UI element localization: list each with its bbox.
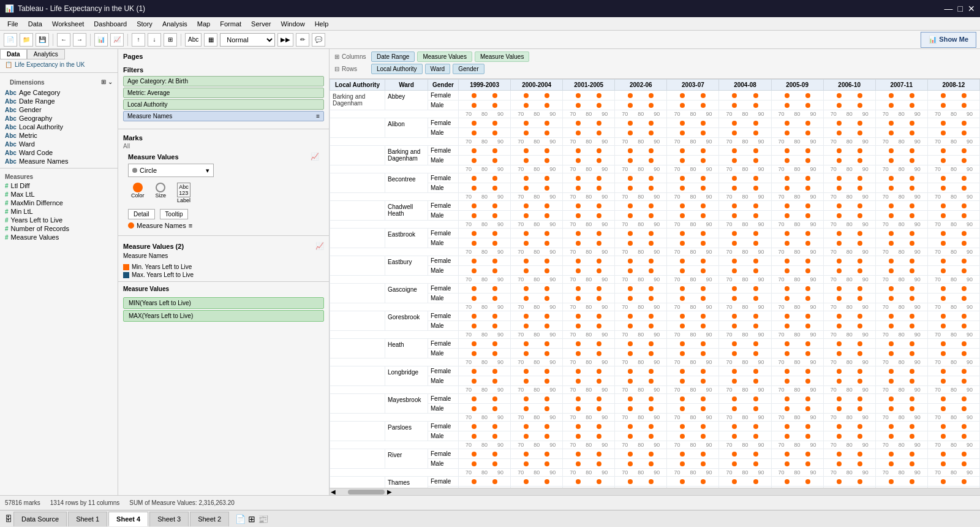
dim-date-range[interactable]: AbcDate Range — [0, 97, 118, 105]
dim-ward-code[interactable]: AbcWard Code — [0, 148, 118, 157]
tab-sheet1[interactable]: Sheet 1 — [68, 512, 107, 526]
dim-local-authority[interactable]: AbcLocal Authority — [0, 123, 118, 131]
data-dot — [962, 286, 967, 291]
menu-file[interactable]: File — [2, 19, 23, 29]
scroll-right-icon[interactable]: ▶ — [387, 488, 392, 495]
meas-maxmin-diff[interactable]: #MaxMin Differnce — [0, 199, 118, 207]
dim-controls[interactable]: ⊞ ⌄ — [101, 78, 113, 85]
dim-gender[interactable]: AbcGender — [0, 105, 118, 114]
meas-max-ltl[interactable]: #Max LtL — [0, 190, 118, 199]
filter-measure-names[interactable]: Measure Names ≡ — [123, 111, 324, 121]
scroll-thumb[interactable] — [348, 490, 385, 495]
dim-ward[interactable]: AbcWard — [0, 140, 118, 148]
menu-worksheet[interactable]: Worksheet — [47, 19, 89, 29]
menu-help[interactable]: Help — [310, 19, 334, 29]
tb-tooltip[interactable]: 💬 — [312, 33, 325, 47]
chip-min-years[interactable]: MIN(Years Left to Live) — [123, 297, 324, 309]
dim-age-category[interactable]: AbcAge Category — [0, 88, 118, 97]
mark-type-select[interactable]: Normal Entire View Standard — [220, 33, 275, 47]
size-button[interactable]: Size — [153, 181, 170, 205]
tab-analytics[interactable]: Analytics — [27, 49, 65, 59]
detail-button[interactable]: Detail — [128, 209, 155, 219]
data-dot — [628, 103, 633, 108]
color-button[interactable]: Color — [128, 181, 148, 205]
dim-measure-names[interactable]: AbcMeasure Names — [0, 157, 118, 165]
tooltip-button[interactable]: Tooltip — [160, 209, 189, 219]
tab-data[interactable]: Data — [0, 49, 27, 59]
tb-new[interactable]: 📄 — [4, 33, 17, 47]
tb-sort-asc[interactable]: ↑ — [132, 33, 145, 47]
data-dot — [962, 479, 967, 484]
dim-metric[interactable]: AbcMetric — [0, 131, 118, 140]
menu-dashboard[interactable]: Dashboard — [89, 19, 132, 29]
meas-num-records[interactable]: #Number of Records — [0, 224, 118, 233]
tb-play[interactable]: ▶▶ — [277, 33, 293, 47]
tab-sheet4[interactable]: Sheet 4 — [108, 512, 148, 526]
tb-bar[interactable]: ▦ — [204, 33, 217, 47]
tab-sheet3[interactable]: Sheet 3 — [149, 512, 189, 526]
tb-viz[interactable]: 📊 — [94, 33, 108, 47]
menu-format[interactable]: Format — [215, 19, 246, 29]
filter-local-authority[interactable]: Local Authority — [123, 99, 324, 110]
data-dot — [524, 176, 529, 181]
tab-datasource[interactable]: Data Source — [13, 512, 67, 526]
data-grid[interactable]: Local Authority Ward Gender 1999-2003 20… — [330, 79, 980, 488]
menu-window[interactable]: Window — [276, 19, 310, 29]
dim-geography[interactable]: AbcGeography — [0, 114, 118, 123]
show-me-button[interactable]: 📊 Show Me — [921, 32, 976, 48]
row-pill-gender[interactable]: Gender — [453, 64, 484, 74]
row-pill-ward[interactable]: Ward — [425, 64, 451, 74]
datasource-name[interactable]: Life Expectancy in the UK — [15, 61, 85, 68]
menu-data[interactable]: Data — [23, 19, 47, 29]
menu-map[interactable]: Map — [192, 19, 215, 29]
cell-dot — [927, 91, 979, 100]
menu-analysis[interactable]: Analysis — [157, 19, 192, 29]
tb-sort-desc[interactable]: ↓ — [148, 33, 161, 47]
meas-min-ltl[interactable]: #Min LtL — [0, 207, 118, 216]
minimize-btn[interactable]: — — [944, 4, 953, 13]
table-row: Male — [330, 376, 980, 386]
tb-save[interactable]: 💾 — [36, 33, 49, 47]
tab-sheet2[interactable]: Sheet 2 — [190, 512, 229, 526]
row-pill-la[interactable]: Local Authority — [371, 64, 423, 74]
menu-story[interactable]: Story — [132, 19, 157, 29]
col-pill-daterange[interactable]: Date Range — [371, 51, 415, 62]
marks-section: Marks All Measure Values 📈 Circle ▾ Colo… — [118, 132, 329, 233]
close-btn[interactable]: ✕ — [968, 4, 975, 13]
tb-open[interactable]: 📁 — [20, 33, 33, 47]
chip-max-years[interactable]: MAX(Years Left to Live) — [123, 310, 324, 322]
tb-text[interactable]: Abc — [185, 33, 202, 47]
title-bar-controls[interactable]: — □ ✕ — [944, 4, 975, 13]
cell-dot — [667, 173, 719, 183]
horizontal-scrollbar[interactable]: ◀ ▶ — [330, 488, 980, 495]
data-dot — [732, 186, 737, 191]
new-dashboard-icon[interactable]: ⊞ — [248, 514, 255, 524]
new-story-icon[interactable]: 📰 — [258, 514, 268, 524]
cell-dot — [823, 146, 875, 156]
maximize-btn[interactable]: □ — [958, 4, 963, 13]
tb-back[interactable]: ← — [57, 33, 70, 47]
filter-age-category[interactable]: Age Category: At Birth — [123, 76, 324, 86]
axis-tick-cell: 708090 — [875, 248, 927, 256]
measure-names-chip[interactable]: Measure Names ≡ — [123, 221, 324, 230]
scroll-left-icon[interactable]: ◀ — [331, 488, 336, 495]
filter-metric[interactable]: Metric: Average — [123, 88, 324, 98]
data-dot — [785, 452, 790, 457]
new-sheet-icon[interactable]: 📄 — [235, 514, 246, 524]
tb-highlight[interactable]: ✏ — [296, 33, 309, 47]
tb-forward[interactable]: → — [73, 33, 86, 47]
data-dot — [785, 203, 790, 208]
label-button[interactable]: Abc123 Label — [174, 181, 194, 205]
meas-measure-values[interactable]: #Measure Values — [0, 233, 118, 241]
circle-dropdown[interactable]: Circle ▾ — [128, 164, 214, 177]
data-dot — [545, 324, 549, 328]
menu-server[interactable]: Server — [246, 19, 276, 29]
data-dot — [753, 231, 758, 236]
table-row: Male — [330, 294, 980, 303]
col-pill-mv2[interactable]: Measure Values — [475, 51, 530, 62]
col-pill-mv1[interactable]: Measure Values — [417, 51, 472, 62]
tb-chart[interactable]: 📈 — [110, 33, 124, 47]
tb-group[interactable]: ⊞ — [164, 33, 177, 47]
meas-years-left[interactable]: #Years Left to Live — [0, 216, 118, 224]
meas-ltl-diff[interactable]: #Ltl Diff — [0, 181, 118, 190]
